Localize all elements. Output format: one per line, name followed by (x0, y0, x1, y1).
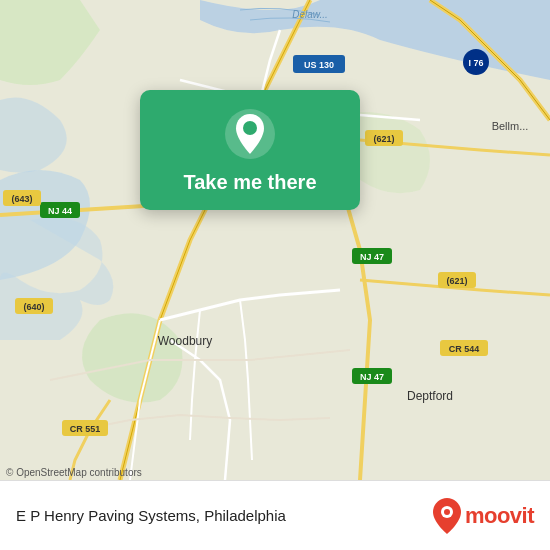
svg-point-30 (444, 509, 450, 515)
svg-text:CR 551: CR 551 (70, 424, 101, 434)
svg-text:(640): (640) (23, 302, 44, 312)
place-name: E P Henry Paving Systems, Philadelphia (16, 507, 286, 524)
bottom-bar: E P Henry Paving Systems, Philadelphia m… (0, 480, 550, 550)
map-svg: US 130 I 76 NJ 44 NJ 47 NJ 47 (621) (621… (0, 0, 550, 480)
svg-text:CR 544: CR 544 (449, 344, 480, 354)
svg-text:NJ 47: NJ 47 (360, 252, 384, 262)
svg-text:I 76: I 76 (468, 58, 483, 68)
svg-text:NJ 47: NJ 47 (360, 372, 384, 382)
svg-point-28 (243, 121, 257, 135)
navigation-card[interactable]: Take me there (140, 90, 360, 210)
moovit-text: moovit (465, 503, 534, 529)
svg-text:NJ 44: NJ 44 (48, 206, 72, 216)
svg-text:US 130: US 130 (304, 60, 334, 70)
take-me-there-button[interactable]: Take me there (183, 170, 316, 194)
map-container: US 130 I 76 NJ 44 NJ 47 NJ 47 (621) (621… (0, 0, 550, 480)
svg-text:(621): (621) (446, 276, 467, 286)
svg-text:Deptford: Deptford (407, 389, 453, 403)
svg-text:(643): (643) (11, 194, 32, 204)
svg-text:Bellm...: Bellm... (492, 120, 529, 132)
svg-text:Delaw...: Delaw... (292, 9, 328, 20)
moovit-pin-icon (433, 498, 461, 534)
map-attribution: © OpenStreetMap contributors (6, 467, 142, 478)
svg-text:(621): (621) (373, 134, 394, 144)
moovit-logo: moovit (433, 498, 534, 534)
svg-text:Woodbury: Woodbury (158, 334, 212, 348)
location-pin-icon (224, 108, 276, 160)
